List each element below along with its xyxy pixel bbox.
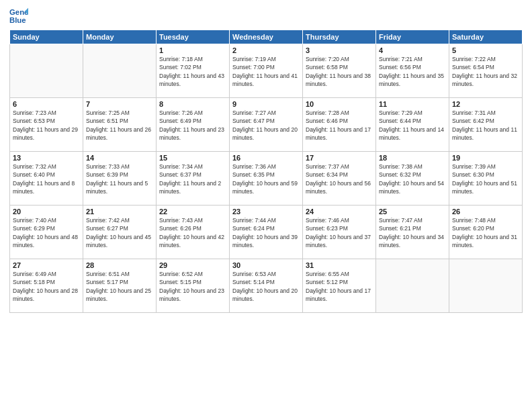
day-number: 13 bbox=[13, 154, 80, 162]
calendar-cell: 25Sunrise: 7:47 AMSunset: 6:21 PMDayligh… bbox=[376, 205, 449, 259]
cell-info: Sunrise: 7:48 AMSunset: 6:20 PMDaylight:… bbox=[452, 216, 519, 249]
cell-info: Sunrise: 7:31 AMSunset: 6:42 PMDaylight:… bbox=[452, 109, 519, 142]
day-number: 11 bbox=[379, 100, 446, 108]
day-number: 14 bbox=[86, 154, 153, 162]
cell-info: Sunrise: 7:32 AMSunset: 6:40 PMDaylight:… bbox=[13, 163, 80, 195]
calendar-cell: 8Sunrise: 7:26 AMSunset: 6:49 PMDaylight… bbox=[157, 98, 230, 152]
calendar-cell: 27Sunrise: 6:49 AMSunset: 5:18 PMDayligh… bbox=[10, 259, 83, 313]
cell-info: Sunrise: 7:38 AMSunset: 6:32 PMDaylight:… bbox=[379, 163, 446, 195]
calendar-cell: 7Sunrise: 7:25 AMSunset: 6:51 PMDaylight… bbox=[83, 98, 157, 152]
calendar-cell: 3Sunrise: 7:20 AMSunset: 6:58 PMDaylight… bbox=[303, 44, 376, 98]
day-number: 4 bbox=[379, 46, 446, 54]
calendar-cell: 9Sunrise: 7:27 AMSunset: 6:47 PMDaylight… bbox=[230, 98, 303, 152]
calendar-cell bbox=[83, 44, 157, 98]
calendar-cell: 1Sunrise: 7:18 AMSunset: 7:02 PMDaylight… bbox=[157, 44, 230, 98]
cell-info: Sunrise: 7:42 AMSunset: 6:27 PMDaylight:… bbox=[86, 216, 153, 249]
calendar-cell: 20Sunrise: 7:40 AMSunset: 6:29 PMDayligh… bbox=[10, 205, 83, 259]
day-number: 9 bbox=[232, 100, 300, 108]
cell-info: Sunrise: 6:51 AMSunset: 5:17 PMDaylight:… bbox=[86, 270, 153, 303]
day-number: 18 bbox=[379, 154, 446, 162]
weekday-header: Wednesday bbox=[230, 30, 303, 44]
calendar-week-row: 27Sunrise: 6:49 AMSunset: 5:18 PMDayligh… bbox=[10, 259, 523, 313]
cell-info: Sunrise: 6:53 AMSunset: 5:14 PMDaylight:… bbox=[232, 270, 300, 303]
cell-info: Sunrise: 7:28 AMSunset: 6:46 PMDaylight:… bbox=[306, 109, 373, 142]
cell-info: Sunrise: 7:33 AMSunset: 6:39 PMDaylight:… bbox=[86, 163, 153, 195]
day-number: 25 bbox=[379, 208, 446, 216]
day-number: 15 bbox=[159, 154, 226, 162]
day-number: 2 bbox=[232, 46, 300, 54]
cell-info: Sunrise: 7:43 AMSunset: 6:26 PMDaylight:… bbox=[159, 216, 226, 249]
calendar-week-row: 13Sunrise: 7:32 AMSunset: 6:40 PMDayligh… bbox=[10, 152, 523, 205]
calendar-cell: 19Sunrise: 7:39 AMSunset: 6:30 PMDayligh… bbox=[449, 152, 523, 205]
day-number: 28 bbox=[86, 261, 153, 269]
calendar-cell: 11Sunrise: 7:29 AMSunset: 6:44 PMDayligh… bbox=[376, 98, 449, 152]
calendar-week-row: 6Sunrise: 7:23 AMSunset: 6:53 PMDaylight… bbox=[10, 98, 523, 152]
day-number: 17 bbox=[306, 154, 373, 162]
day-number: 30 bbox=[232, 261, 300, 269]
calendar-cell: 29Sunrise: 6:52 AMSunset: 5:15 PMDayligh… bbox=[157, 259, 230, 313]
calendar-cell: 2Sunrise: 7:19 AMSunset: 7:00 PMDaylight… bbox=[230, 44, 303, 98]
cell-info: Sunrise: 6:55 AMSunset: 5:12 PMDaylight:… bbox=[306, 270, 373, 303]
cell-info: Sunrise: 7:34 AMSunset: 6:37 PMDaylight:… bbox=[159, 163, 226, 195]
day-number: 26 bbox=[452, 208, 519, 216]
day-number: 31 bbox=[306, 261, 373, 269]
cell-info: Sunrise: 6:52 AMSunset: 5:15 PMDaylight:… bbox=[159, 270, 226, 303]
weekday-header: Sunday bbox=[10, 30, 83, 44]
cell-info: Sunrise: 6:49 AMSunset: 5:18 PMDaylight:… bbox=[13, 270, 80, 303]
calendar-cell: 12Sunrise: 7:31 AMSunset: 6:42 PMDayligh… bbox=[449, 98, 523, 152]
header: General Blue bbox=[9, 7, 523, 26]
calendar-week-row: 20Sunrise: 7:40 AMSunset: 6:29 PMDayligh… bbox=[10, 205, 523, 259]
day-number: 21 bbox=[86, 208, 153, 216]
calendar-cell: 18Sunrise: 7:38 AMSunset: 6:32 PMDayligh… bbox=[376, 152, 449, 205]
logo: General Blue bbox=[9, 7, 28, 26]
calendar-cell: 31Sunrise: 6:55 AMSunset: 5:12 PMDayligh… bbox=[303, 259, 376, 313]
cell-info: Sunrise: 7:22 AMSunset: 6:54 PMDaylight:… bbox=[452, 55, 519, 88]
cell-info: Sunrise: 7:25 AMSunset: 6:51 PMDaylight:… bbox=[86, 109, 153, 142]
cell-info: Sunrise: 7:44 AMSunset: 6:24 PMDaylight:… bbox=[232, 216, 300, 249]
day-number: 12 bbox=[452, 100, 519, 108]
cell-info: Sunrise: 7:37 AMSunset: 6:34 PMDaylight:… bbox=[306, 163, 373, 195]
calendar-cell: 5Sunrise: 7:22 AMSunset: 6:54 PMDaylight… bbox=[449, 44, 523, 98]
calendar-cell: 15Sunrise: 7:34 AMSunset: 6:37 PMDayligh… bbox=[157, 152, 230, 205]
calendar-header-row: SundayMondayTuesdayWednesdayThursdayFrid… bbox=[10, 30, 523, 44]
day-number: 19 bbox=[452, 154, 519, 162]
weekday-header: Thursday bbox=[303, 30, 376, 44]
day-number: 6 bbox=[13, 100, 80, 108]
day-number: 27 bbox=[13, 261, 80, 269]
day-number: 29 bbox=[159, 261, 226, 269]
svg-text:General: General bbox=[9, 8, 28, 16]
cell-info: Sunrise: 7:23 AMSunset: 6:53 PMDaylight:… bbox=[13, 109, 80, 142]
weekday-header: Monday bbox=[83, 30, 157, 44]
svg-text:Blue: Blue bbox=[9, 16, 26, 24]
day-number: 22 bbox=[159, 208, 226, 216]
logo-icon: General Blue bbox=[9, 7, 28, 26]
day-number: 24 bbox=[306, 208, 373, 216]
calendar-cell bbox=[376, 259, 449, 313]
calendar-cell bbox=[449, 259, 523, 313]
cell-info: Sunrise: 7:20 AMSunset: 6:58 PMDaylight:… bbox=[306, 55, 373, 88]
day-number: 7 bbox=[86, 100, 153, 108]
calendar-table: SundayMondayTuesdayWednesdayThursdayFrid… bbox=[9, 30, 523, 313]
calendar-cell: 22Sunrise: 7:43 AMSunset: 6:26 PMDayligh… bbox=[157, 205, 230, 259]
cell-info: Sunrise: 7:18 AMSunset: 7:02 PMDaylight:… bbox=[159, 55, 226, 88]
calendar-cell: 24Sunrise: 7:46 AMSunset: 6:23 PMDayligh… bbox=[303, 205, 376, 259]
calendar-cell: 30Sunrise: 6:53 AMSunset: 5:14 PMDayligh… bbox=[230, 259, 303, 313]
calendar-cell: 26Sunrise: 7:48 AMSunset: 6:20 PMDayligh… bbox=[449, 205, 523, 259]
day-number: 20 bbox=[13, 208, 80, 216]
cell-info: Sunrise: 7:36 AMSunset: 6:35 PMDaylight:… bbox=[232, 163, 300, 195]
cell-info: Sunrise: 7:39 AMSunset: 6:30 PMDaylight:… bbox=[452, 163, 519, 195]
page-container: General Blue SundayMondayTuesdayWednesda… bbox=[0, 0, 532, 411]
day-number: 8 bbox=[159, 100, 226, 108]
calendar-cell: 23Sunrise: 7:44 AMSunset: 6:24 PMDayligh… bbox=[230, 205, 303, 259]
day-number: 23 bbox=[232, 208, 300, 216]
calendar-cell: 10Sunrise: 7:28 AMSunset: 6:46 PMDayligh… bbox=[303, 98, 376, 152]
day-number: 16 bbox=[232, 154, 300, 162]
calendar-cell: 28Sunrise: 6:51 AMSunset: 5:17 PMDayligh… bbox=[83, 259, 157, 313]
weekday-header: Saturday bbox=[449, 30, 523, 44]
calendar-cell: 13Sunrise: 7:32 AMSunset: 6:40 PMDayligh… bbox=[10, 152, 83, 205]
cell-info: Sunrise: 7:26 AMSunset: 6:49 PMDaylight:… bbox=[159, 109, 226, 142]
day-number: 1 bbox=[159, 46, 226, 54]
calendar-cell: 6Sunrise: 7:23 AMSunset: 6:53 PMDaylight… bbox=[10, 98, 83, 152]
day-number: 5 bbox=[452, 46, 519, 54]
calendar-cell: 16Sunrise: 7:36 AMSunset: 6:35 PMDayligh… bbox=[230, 152, 303, 205]
